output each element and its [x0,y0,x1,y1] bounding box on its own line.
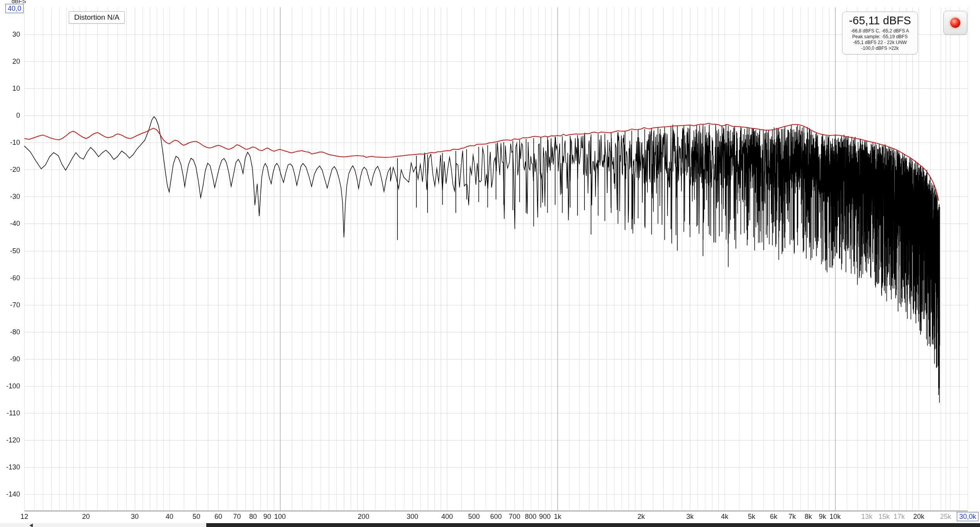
level-meter-panel: -65,11 dBFS -66,8 dBFS C, -65,2 dBFS A P… [842,12,918,54]
meter-above-band-level: -100,0 dBFS >22k [844,46,916,51]
meter-peak-sample: Peak sample: -55,19 dBFS [844,34,916,40]
y-axis-max-field[interactable]: 40,0 [5,4,24,13]
h-scrollbar-track[interactable] [0,523,980,527]
meter-band-level: -65,1 dBFS 22 - 22k UNW [844,40,916,46]
spectrum-plot[interactable] [0,0,980,527]
record-icon [950,18,960,28]
h-scrollbar-thumb[interactable] [206,523,980,527]
scroll-left-arrow-icon[interactable] [29,524,33,527]
x-axis-max-field[interactable]: 30,0k [957,512,978,521]
record-button[interactable] [943,11,967,35]
meter-weighted-values: -66,8 dBFS C, -65,2 dBFS A [844,28,916,34]
meter-main-value: -65,11 dBFS [844,14,916,27]
distortion-readout-button[interactable]: Distortion N/A [69,11,125,24]
